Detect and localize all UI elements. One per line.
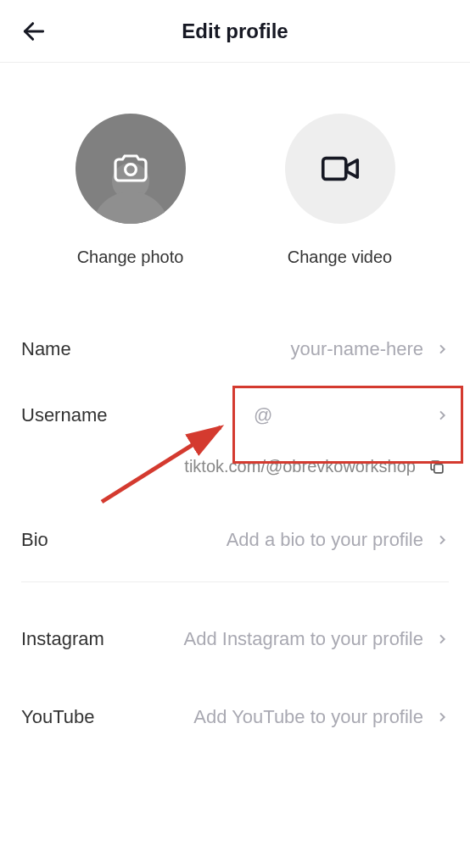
svg-rect-4 — [434, 464, 443, 472]
bio-row[interactable]: Bio Add a bio to your profile — [21, 507, 449, 573]
name-value: your-name-here — [290, 338, 423, 360]
camera-icon — [110, 148, 151, 189]
profile-link-text: tiktok.com/@obrevkoworkshop — [184, 457, 416, 476]
bio-value: Add a bio to your profile — [227, 529, 423, 551]
page-title: Edit profile — [0, 19, 470, 43]
divider — [21, 581, 449, 582]
change-photo-label: Change photo — [77, 248, 184, 267]
chevron-right-icon — [435, 710, 449, 724]
svg-rect-2 — [322, 159, 345, 180]
change-photo-button[interactable]: Change photo — [76, 114, 186, 267]
youtube-row[interactable]: YouTube Add YouTube to your profile — [21, 684, 449, 750]
svg-marker-3 — [346, 160, 356, 177]
chevron-right-icon — [435, 342, 449, 356]
youtube-label: YouTube — [21, 706, 94, 728]
avatar-placeholder — [76, 114, 186, 224]
username-label: Username — [21, 404, 107, 426]
name-row[interactable]: Name your-name-here — [21, 316, 449, 382]
username-value: @ — [254, 404, 423, 426]
video-camera-icon — [317, 146, 363, 192]
svg-point-1 — [125, 164, 136, 175]
profile-link-row: tiktok.com/@obrevkoworkshop — [21, 448, 449, 507]
instagram-row[interactable]: Instagram Add Instagram to your profile — [21, 606, 449, 672]
media-section: Change photo Change video — [0, 63, 470, 292]
name-label: Name — [21, 338, 71, 360]
bio-label: Bio — [21, 529, 48, 551]
username-row[interactable]: Username @ — [21, 382, 449, 448]
change-video-button[interactable]: Change video — [285, 114, 395, 267]
arrow-left-icon — [20, 18, 48, 45]
video-placeholder — [285, 114, 395, 224]
instagram-value: Add Instagram to your profile — [184, 628, 423, 650]
change-video-label: Change video — [288, 248, 392, 267]
settings-list: Name your-name-here Username @ tiktok.co… — [0, 292, 470, 750]
header: Edit profile — [0, 0, 470, 63]
chevron-right-icon — [435, 533, 449, 547]
copy-icon[interactable] — [428, 458, 446, 476]
youtube-value: Add YouTube to your profile — [193, 706, 423, 728]
chevron-right-icon — [435, 632, 449, 646]
chevron-right-icon — [435, 409, 449, 422]
back-button[interactable] — [17, 14, 51, 48]
instagram-label: Instagram — [21, 628, 104, 650]
